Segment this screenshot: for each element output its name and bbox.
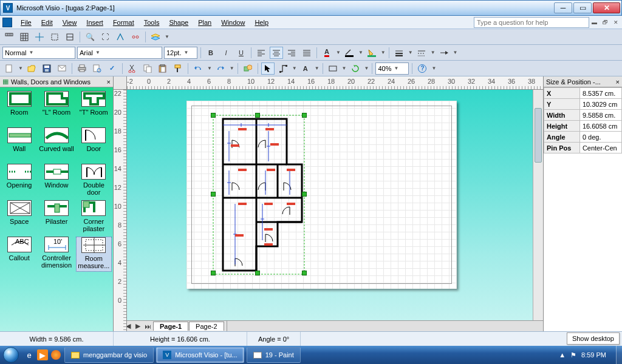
mdi-close-button[interactable]: ✕ — [613, 19, 622, 25]
save-button[interactable] — [40, 62, 53, 75]
menu-shape[interactable]: Shape — [164, 18, 193, 27]
print-button[interactable] — [75, 62, 89, 75]
format-painter-button[interactable] — [171, 62, 185, 75]
shape-stencil-item[interactable]: "T" Room — [76, 91, 112, 126]
cut-button[interactable] — [126, 62, 139, 75]
line-ends-dropdown-icon[interactable]: ▼ — [453, 50, 458, 55]
size-pos-value[interactable]: 16.6058 cm — [579, 121, 621, 132]
shape-stencil-item[interactable]: Pilaster — [38, 200, 74, 235]
horizontal-ruler[interactable]: -202468101214161820222426283032343638 — [127, 76, 543, 90]
shape-stencil-item[interactable]: Space — [1, 200, 37, 235]
shape-stencil-item[interactable]: Room measure... — [76, 237, 112, 272]
undo-button[interactable] — [191, 62, 205, 75]
shape-stencil-item[interactable]: Door — [76, 127, 112, 163]
redo-dropdown-icon[interactable]: ▼ — [230, 66, 234, 71]
pan-zoom-button[interactable]: ⛶ — [98, 31, 112, 43]
align-left-button[interactable] — [255, 47, 268, 59]
shapes-panel-close-button[interactable]: × — [107, 78, 111, 86]
menu-tools[interactable]: Tools — [139, 18, 165, 27]
page-nav-last[interactable]: ⏭ — [143, 323, 152, 330]
vertical-ruler[interactable]: 2220181614121086420 — [114, 90, 127, 331]
new-dropdown-icon[interactable]: ▼ — [18, 66, 23, 71]
shape-stencil-item[interactable]: ABCCallout — [1, 237, 37, 272]
shape-stencil-item[interactable]: Opening — [1, 164, 37, 199]
pinned-firefox-icon[interactable] — [49, 347, 63, 363]
rectangle-dropdown-icon[interactable]: ▼ — [342, 66, 347, 71]
align-right-button[interactable] — [285, 47, 298, 59]
menu-file[interactable]: File — [16, 18, 36, 27]
text-tool-button[interactable]: A — [299, 62, 312, 75]
help-dropdown-icon[interactable]: ▼ — [431, 66, 436, 71]
italic-button[interactable]: I — [219, 47, 233, 59]
selection-handle-se[interactable] — [302, 271, 307, 275]
connector-tool-button[interactable] — [276, 62, 290, 75]
selection-handle-ne[interactable] — [302, 113, 307, 118]
floor-plan-drawing[interactable] — [211, 113, 332, 283]
line-weight-button[interactable] — [392, 47, 406, 59]
taskbar-button[interactable]: 19 - Paint — [247, 347, 301, 363]
rotate-tool-button[interactable] — [349, 62, 362, 75]
selection-handle-e[interactable] — [302, 192, 307, 197]
rectangle-tool-button[interactable] — [326, 62, 340, 75]
connection-points-toggle[interactable] — [48, 31, 61, 43]
size-pos-value[interactable]: 9.5858 cm. — [579, 110, 621, 121]
selection-handle-nw[interactable] — [211, 113, 216, 118]
maximize-button[interactable]: ▭ — [573, 2, 592, 13]
mdi-restore-button[interactable]: 🗗 — [603, 19, 611, 25]
menu-window[interactable]: Window — [216, 18, 250, 27]
start-button[interactable] — [0, 346, 22, 364]
snap-glue-button[interactable] — [114, 31, 127, 43]
shape-stencil-item[interactable]: Corner pilaster — [76, 200, 112, 235]
page-breaks-toggle[interactable] — [63, 31, 77, 43]
shape-stencil-item[interactable]: Wall — [1, 127, 37, 163]
show-desktop-button[interactable] — [616, 346, 622, 364]
pinned-media-icon[interactable]: ▶ — [37, 349, 48, 360]
menu-insert[interactable]: Insert — [81, 18, 108, 27]
dynamic-grid-button[interactable] — [129, 31, 142, 43]
font-color-dropdown-icon[interactable]: ▼ — [336, 50, 341, 55]
rulers-toggle[interactable] — [2, 31, 16, 43]
close-button[interactable]: ✕ — [593, 2, 620, 13]
selection-handle-w[interactable] — [211, 192, 216, 197]
selection-handle-n[interactable] — [255, 113, 260, 118]
font-color-button[interactable]: A — [320, 47, 333, 59]
size-pos-value[interactable]: Center-Cen — [579, 143, 621, 153]
zoom-combo[interactable]: 40%▼ — [375, 62, 409, 75]
pointer-tool-button[interactable] — [261, 62, 275, 75]
line-weight-dropdown-icon[interactable]: ▼ — [408, 50, 413, 55]
taskbar-button[interactable]: menggambar dg visio — [64, 347, 154, 363]
rotate-dropdown-icon[interactable]: ▼ — [364, 66, 369, 71]
font-size-combo[interactable]: 12pt.▼ — [164, 47, 197, 59]
menu-plan[interactable]: Plan — [193, 18, 216, 27]
menu-help[interactable]: Help — [250, 18, 273, 27]
guides-toggle[interactable] — [33, 31, 46, 43]
size-pos-value[interactable]: 8.5357 cm. — [579, 88, 621, 99]
shape-stencil-item[interactable]: Curved wall — [38, 127, 74, 163]
menu-format[interactable]: Format — [108, 18, 139, 27]
email-button[interactable] — [55, 62, 69, 75]
horizontal-scrollbar[interactable] — [227, 321, 543, 331]
shapes-button[interactable] — [241, 62, 255, 75]
size-pos-value[interactable]: 10.3029 cm — [579, 99, 621, 110]
tray-flag-icon[interactable]: ⚑ — [570, 351, 576, 359]
shape-stencil-item[interactable]: 10'Controller dimension — [38, 237, 74, 272]
redo-button[interactable] — [214, 62, 227, 75]
menu-view[interactable]: View — [58, 18, 82, 27]
shape-stencil-item[interactable]: Double door — [76, 164, 112, 199]
menu-edit[interactable]: Edit — [36, 18, 58, 27]
line-pattern-button[interactable] — [415, 47, 428, 59]
page-nav-next[interactable]: ▶ — [133, 322, 143, 330]
spelling-button[interactable]: ✓ — [106, 62, 119, 75]
text-tool-dropdown-icon[interactable]: ▼ — [315, 66, 320, 71]
mdi-minimize-button[interactable]: ▬ — [592, 19, 600, 25]
print-preview-button[interactable] — [91, 62, 104, 75]
shape-stencil-item[interactable]: Room — [1, 91, 37, 126]
fill-color-dropdown-icon[interactable]: ▼ — [381, 50, 386, 55]
vertical-scrollbar[interactable] — [533, 90, 543, 320]
size-position-close-button[interactable]: × — [616, 78, 620, 86]
paste-button[interactable] — [156, 62, 169, 75]
open-button[interactable] — [25, 62, 38, 75]
help-search-input[interactable] — [474, 17, 589, 28]
line-color-button[interactable] — [343, 47, 356, 59]
page-tab-1[interactable]: Page-1 — [153, 322, 188, 331]
